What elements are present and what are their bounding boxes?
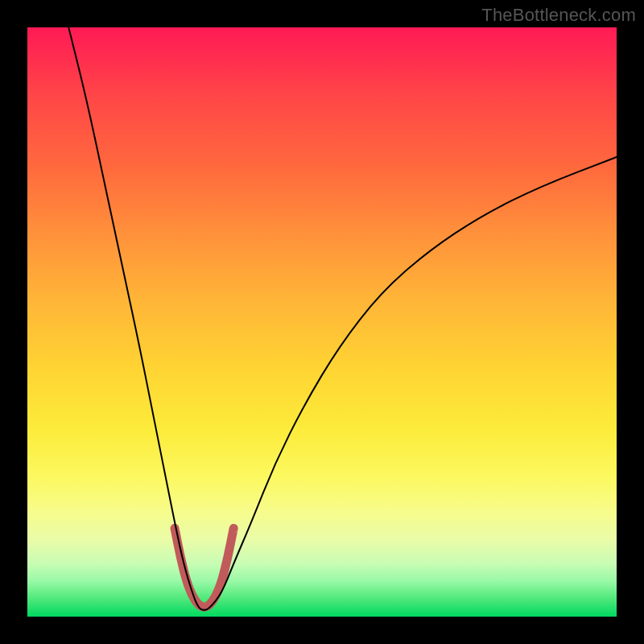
attribution-text: TheBottleneck.com bbox=[481, 5, 636, 26]
nadir-band bbox=[175, 528, 233, 607]
curve-layer bbox=[27, 27, 617, 617]
chart-frame: TheBottleneck.com bbox=[0, 0, 644, 644]
bottleneck-curve bbox=[68, 27, 617, 610]
